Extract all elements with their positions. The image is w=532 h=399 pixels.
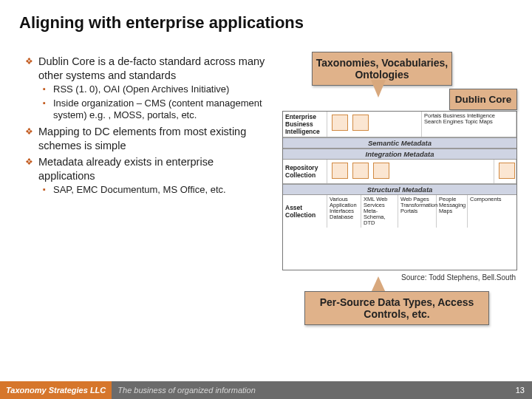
bullet-3: Metadata already exists in enterprise ap… [25, 155, 269, 197]
db-icon [373, 163, 389, 179]
diagram-source: Source: Todd Stephens, Bell.South [401, 273, 516, 282]
db-icon [352, 163, 369, 179]
bullet-1: Dublin Core is a de-facto standard acros… [25, 55, 269, 122]
diagram-header-structural: Structural Metadata [283, 184, 516, 195]
bullets-column: Dublin Core is a de-facto standard acros… [25, 55, 269, 200]
footer-brand: Taxonomy Strategies LLC [0, 381, 112, 399]
bullet-1b: Inside organization – CMS (content manag… [38, 98, 269, 122]
callout-dublin-core: Dublin Core [449, 89, 517, 110]
diagram-column: Taxonomies, Vocabularies, Ontologies Dub… [282, 55, 519, 200]
callout-bottom-tail [371, 276, 386, 293]
footer: Taxonomy Strategies LLC The business of … [0, 381, 532, 399]
bullet-3-text: Metadata already exists in enterprise ap… [38, 156, 214, 182]
bullet-3a: SAP, EMC Documentum, MS Office, etc. [38, 184, 269, 197]
diagram-row3-c1: Various Application Interfaces Database [327, 195, 361, 227]
page-number: 13 [516, 386, 525, 395]
diagram-row3-label: Asset Collection [283, 195, 327, 227]
computer-icon [332, 115, 348, 131]
callout-taxonomies-tail [371, 80, 386, 98]
diagram-row1-right: Portals Business Intelligence Search Eng… [422, 112, 516, 137]
diagram-row3-c2: XML Web Services Meta-Schema, DTD [361, 195, 398, 227]
bullet-2: Mapping to DC elements from most existin… [25, 125, 269, 152]
diagram-row1-label: Enterprise Business Intelligence [283, 112, 327, 137]
callout-per-source: Per-Source Data Types, Access Controls, … [304, 291, 489, 325]
bullet-1-text: Dublin Core is a de-facto standard acros… [38, 55, 265, 81]
footer-tagline: The business of organized information [117, 386, 256, 395]
diagram-row1-icons [327, 112, 422, 137]
diagram-row3-c4: People Messaging Maps [437, 195, 468, 227]
diagram-row2-icons [327, 160, 494, 183]
slide-title: Aligning with enterprise applications [0, 0, 532, 33]
diagram-row3-c3: Web Pages Transformation Portals [398, 195, 437, 227]
architecture-diagram: Enterprise Business Intelligence Portals… [282, 111, 517, 270]
db-icon [332, 163, 348, 179]
diagram-row2-label: Repository Collection [283, 160, 327, 183]
diagram-header-integration: Integration Metadata [283, 149, 516, 160]
diagram-header-semantic: Semantic Metadata [283, 137, 516, 149]
diagram-row2-right-icon [494, 160, 516, 183]
people-icon [352, 115, 369, 131]
server-icon [499, 163, 515, 179]
diagram-row3-c5: Components [468, 195, 503, 227]
bullet-1a: RSS (1. 0), OAI (Open Archives Initiativ… [38, 83, 269, 96]
